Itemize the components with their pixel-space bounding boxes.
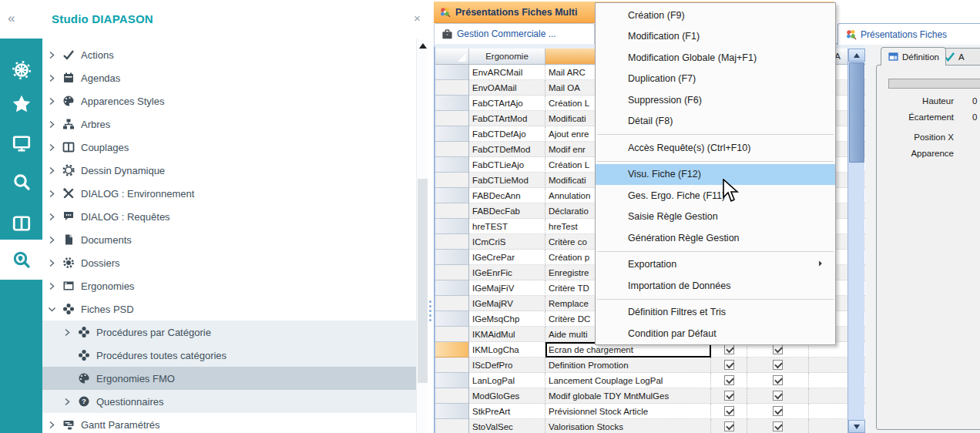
tree-item-fiches-psd[interactable]: Fiches PSD <box>42 297 416 321</box>
row-selector[interactable] <box>435 65 469 80</box>
row-selector[interactable] <box>435 327 469 342</box>
table-row-LanLogPal[interactable]: LanLogPalLancement Couplage LogPal <box>435 373 867 388</box>
menu-item-acc-s-requ-te-s-ctrl-f10-[interactable]: Accès Requête(s) (Ctrl+F10) <box>596 137 835 159</box>
row-selector[interactable] <box>435 419 469 433</box>
tree-item-dessin-dynamique[interactable]: Dessin Dynamique <box>42 159 416 182</box>
tab-presentations-fiches[interactable]: Présentations Fiches <box>837 23 980 45</box>
cell-checkbox-1[interactable] <box>711 373 747 388</box>
cell-code[interactable]: FabCTDefAjo <box>469 126 545 142</box>
menu-item-visu-fiche-f12-[interactable]: Visu. Fiche (F12) <box>596 164 835 186</box>
tree-scrollbar-thumb[interactable] <box>418 179 428 383</box>
chevron-down-icon[interactable] <box>47 304 57 314</box>
cell-code[interactable]: IKMLogCha <box>469 342 545 357</box>
panel-splitter[interactable] <box>428 0 434 433</box>
menu-item-exportation[interactable]: Exportation <box>596 254 835 276</box>
tree-item-dossiers[interactable]: Dossiers <box>42 251 416 274</box>
cell-checkbox-2[interactable] <box>747 357 809 373</box>
row-selector[interactable] <box>435 265 469 280</box>
cell-code[interactable]: ICmCriS <box>469 234 545 250</box>
table-row-ModGloGes[interactable]: ModGloGesModif globale TDY MntMulGes <box>435 388 867 404</box>
tree-item-dialog-requ-tes[interactable]: DIALOG : Requêtes <box>42 205 416 228</box>
row-selector[interactable] <box>435 404 469 419</box>
cell-code[interactable]: ModGloGes <box>469 388 545 404</box>
cell-code[interactable]: IKMAidMul <box>469 327 545 342</box>
scroll-down-button[interactable] <box>848 420 865 433</box>
cell-designation[interactable]: Prévisionnel Stock Article <box>545 404 711 419</box>
cell-designation[interactable]: Lancement Couplage LogPal <box>545 373 711 388</box>
cell-code[interactable]: FabCTArtMod <box>469 111 545 126</box>
cell-code[interactable]: FabCTLieAjo <box>469 157 545 173</box>
tree-item-ergonomies-fmo[interactable]: Ergonomies FMO <box>42 367 416 390</box>
row-selector[interactable] <box>435 96 469 111</box>
chevron-right-icon[interactable] <box>47 189 57 199</box>
table-row-StkPreArt[interactable]: StkPreArtPrévisionnel Stock Article <box>435 404 867 419</box>
row-selector[interactable] <box>435 311 469 327</box>
tree-item-proc-dures-par-cat-gorie[interactable]: Procédures par Catégorie <box>42 321 416 344</box>
tab-gestion-commerciale[interactable]: Gestion Commerciale ... <box>434 23 595 44</box>
menu-item-suppression-f6-[interactable]: Suppression (F6) <box>596 89 835 111</box>
cell-code[interactable]: IGeCrePar <box>469 250 545 265</box>
checkbox-icon[interactable] <box>773 391 783 401</box>
row-selector[interactable] <box>435 157 469 173</box>
checkbox-icon[interactable] <box>724 360 734 370</box>
cell-designation[interactable]: Valorisation Stocks <box>545 419 711 433</box>
chevron-right-icon[interactable] <box>47 166 57 176</box>
rail-star-icon[interactable] <box>0 86 42 122</box>
collapse-sidebar-icon[interactable]: « <box>8 11 15 26</box>
tree-item-ergonomies[interactable]: Ergonomies <box>42 274 416 297</box>
row-selector[interactable] <box>435 250 469 265</box>
menu-item-saisie-r-gle-gestion[interactable]: Saisie Règle Gestion <box>596 206 835 228</box>
rail-split-columns-icon[interactable] <box>0 206 42 241</box>
menu-item-duplication-f7-[interactable]: Duplication (F7) <box>596 69 835 90</box>
checkbox-icon[interactable] <box>724 375 734 385</box>
cell-code[interactable]: IGeEnrFic <box>469 265 545 280</box>
cell-code[interactable]: FabCTDefMod <box>469 142 545 157</box>
row-selector[interactable] <box>435 188 469 203</box>
column-header-ergonomie[interactable]: Ergonomie <box>469 49 545 65</box>
checkbox-icon[interactable] <box>773 375 783 385</box>
cell-designation[interactable]: Modif globale TDY MntMulGes <box>545 388 711 404</box>
checkbox-icon[interactable] <box>724 421 734 431</box>
row-selector[interactable] <box>435 373 469 388</box>
cell-code[interactable]: FabCTArtAjo <box>469 96 545 111</box>
row-selector[interactable] <box>435 126 469 142</box>
menu-item-cr-ation-f9-[interactable]: Création (F9) <box>596 5 835 26</box>
tree-item-arbres[interactable]: Arbres <box>42 112 416 136</box>
checkbox-icon[interactable] <box>773 344 783 354</box>
tree-item-agendas[interactable]: Agendas <box>42 66 416 89</box>
tree-item-documents[interactable]: Documents <box>42 228 416 251</box>
property-value[interactable]: 0 <box>972 112 977 125</box>
cell-code[interactable]: StkPreArt <box>469 404 545 419</box>
cell-checkbox-1[interactable] <box>711 357 747 373</box>
tab-definition[interactable]: Définition <box>881 47 946 65</box>
checkbox-icon[interactable] <box>773 360 783 370</box>
checkbox-icon[interactable] <box>724 391 734 401</box>
row-selector[interactable] <box>435 173 469 188</box>
cell-code[interactable]: hreTEST <box>469 219 545 234</box>
cell-checkbox-1[interactable] <box>711 388 747 404</box>
chevron-right-icon[interactable] <box>47 420 57 430</box>
tree-item-apparences-styles[interactable]: Apparences Styles <box>42 89 416 112</box>
cell-code[interactable]: IGeMajFiV <box>469 280 545 296</box>
row-selector[interactable] <box>435 388 469 404</box>
rail-pin-search-icon[interactable] <box>0 240 42 280</box>
cell-code[interactable]: IGeMajRV <box>469 296 545 311</box>
chevron-right-icon[interactable] <box>62 397 72 407</box>
menu-item-ges-ergo-fiche-f11-[interactable]: Ges. Ergo. Fiche (F11) <box>596 185 835 206</box>
chevron-right-icon[interactable] <box>47 212 57 222</box>
tree-item-dialog-environnement[interactable]: DIALOG : Environnement <box>42 182 416 205</box>
row-selector[interactable] <box>435 357 469 373</box>
chevron-right-icon[interactable] <box>47 73 57 83</box>
row-selector[interactable] <box>435 219 469 234</box>
row-selector[interactable] <box>435 111 469 126</box>
cell-checkbox-2[interactable] <box>747 404 809 419</box>
cell-code[interactable]: EnvARCMail <box>469 65 545 80</box>
cell-code[interactable]: StoValSec <box>469 419 545 433</box>
chevron-right-icon[interactable] <box>47 50 57 60</box>
row-selector[interactable] <box>435 280 469 296</box>
chevron-right-icon[interactable] <box>47 258 57 268</box>
row-selector[interactable] <box>435 142 469 157</box>
menu-item-g-n-ration-r-gle-gestion[interactable]: Génération Règle Gestion <box>596 227 835 249</box>
cell-code[interactable]: IScDefPro <box>469 357 545 373</box>
rail-search-icon[interactable] <box>0 164 42 200</box>
